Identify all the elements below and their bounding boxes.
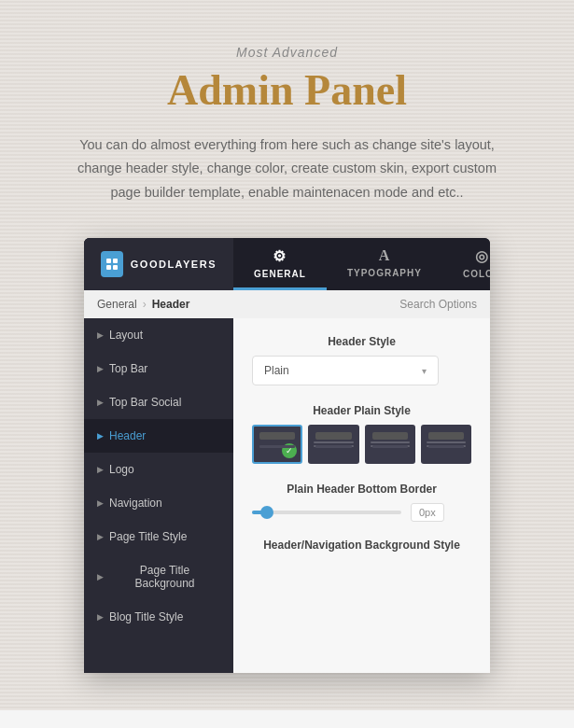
sidebar-item-layout[interactable]: ▶ Layout (84, 318, 233, 352)
nav-background-label: Header/Navigation Background Style (252, 539, 471, 552)
hero-description: You can do almost everything from here s… (63, 133, 511, 204)
sidebar-label-layout: Layout (109, 329, 143, 342)
admin-content: ▶ Layout ▶ Top Bar ▶ Top Bar Social ▶ He… (84, 318, 490, 673)
admin-topbar: GOODLAYERS ⚙ GENERAL A TYPOGRAPHY ◎ COLO… (84, 238, 490, 290)
slider-value: 0px (411, 503, 444, 522)
sidebar-label-logo: Logo (109, 463, 134, 476)
tab-color-label: COLOR (463, 269, 490, 279)
hero-section: Most Advanced Admin Panel You can do alm… (0, 0, 574, 710)
sidebar-arrow-pagetitle: ▶ (97, 532, 104, 541)
check-icon: ✓ (282, 443, 297, 458)
breadcrumb-root: General (97, 298, 137, 311)
logo-text: GOODLAYERS (131, 259, 217, 270)
slider-thumb[interactable] (260, 506, 273, 519)
breadcrumb-current: Header (152, 298, 190, 311)
breadcrumb: General › Header (97, 298, 189, 311)
header-thumb-4[interactable] (421, 425, 471, 464)
general-icon: ⚙ (273, 247, 287, 265)
svg-rect-2 (106, 265, 111, 270)
sidebar-item-navigation[interactable]: ▶ Navigation (84, 486, 233, 520)
hero-title: Admin Panel (56, 65, 518, 115)
typography-icon: A (379, 247, 391, 264)
sidebar-item-blogtitle[interactable]: ▶ Blog Title Style (84, 600, 233, 634)
header-style-dropdown[interactable]: Plain ▾ (252, 356, 439, 385)
sidebar-arrow-pagebg: ▶ (97, 572, 104, 581)
sidebar-label-navigation: Navigation (109, 497, 162, 510)
sidebar-label-blogtitle: Blog Title Style (109, 610, 183, 623)
svg-rect-3 (113, 265, 118, 270)
sidebar-label-pagebg: Page Title Background (109, 564, 220, 590)
breadcrumb-row: General › Header Search Options (84, 290, 490, 318)
sidebar-label-pagetitle: Page Title Style (109, 530, 187, 543)
sidebar-arrow-header: ▶ (97, 431, 104, 441)
sidebar-arrow-blogtitle: ▶ (97, 612, 104, 622)
tab-typography[interactable]: A TYPOGRAPHY (327, 238, 442, 290)
sidebar-item-pagebg[interactable]: ▶ Page Title Background (84, 553, 233, 600)
admin-logo: GOODLAYERS (84, 238, 233, 290)
sidebar-item-header[interactable]: ▶ Header (84, 419, 233, 453)
sidebar-label-header: Header (109, 429, 146, 442)
header-style-label: Header Style (252, 335, 471, 348)
svg-rect-0 (106, 259, 111, 263)
header-style-section: Header Style Plain ▾ (252, 335, 471, 385)
tab-general[interactable]: ⚙ GENERAL (233, 238, 327, 290)
admin-tabs: ⚙ GENERAL A TYPOGRAPHY ◎ COLOR ⊕ MISCELL… (233, 238, 490, 290)
sidebar-arrow-logo: ▶ (97, 465, 104, 474)
header-thumb-1[interactable]: ✓ (252, 425, 302, 464)
color-icon: ◎ (475, 247, 489, 265)
header-plain-style-label: Header Plain Style (252, 404, 471, 417)
sidebar-item-topbar[interactable]: ▶ Top Bar (84, 352, 233, 385)
tab-color[interactable]: ◎ COLOR (442, 238, 490, 290)
sidebar-item-logo[interactable]: ▶ Logo (84, 453, 233, 486)
header-style-value: Plain (264, 364, 289, 377)
header-plain-style-section: Header Plain Style ✓ (252, 404, 471, 464)
hero-subtitle: Most Advanced (56, 45, 518, 60)
admin-main: Header Style Plain ▾ Header Plain Style … (233, 318, 490, 673)
tab-typography-label: TYPOGRAPHY (347, 268, 422, 278)
admin-panel: GOODLAYERS ⚙ GENERAL A TYPOGRAPHY ◎ COLO… (84, 238, 490, 673)
search-options[interactable]: Search Options (399, 298, 477, 311)
header-thumb-2[interactable] (308, 425, 358, 464)
dropdown-arrow-icon: ▾ (422, 366, 427, 376)
sidebar-label-topbar: Top Bar (109, 362, 147, 375)
admin-sidebar: ▶ Layout ▶ Top Bar ▶ Top Bar Social ▶ He… (84, 318, 233, 673)
sidebar-item-pagetitle[interactable]: ▶ Page Title Style (84, 520, 233, 553)
svg-rect-1 (113, 259, 118, 263)
sidebar-arrow-navigation: ▶ (97, 498, 104, 508)
slider-track[interactable] (252, 511, 401, 514)
breadcrumb-sep: › (143, 298, 147, 311)
sidebar-arrow-layout: ▶ (97, 330, 104, 340)
sidebar-item-topbarsocial[interactable]: ▶ Top Bar Social (84, 385, 233, 419)
slider-row: 0px (252, 503, 471, 522)
sidebar-arrow-topbar: ▶ (97, 364, 104, 373)
header-thumbnails: ✓ (252, 425, 471, 464)
tab-general-label: GENERAL (254, 269, 306, 279)
header-thumb-3[interactable] (365, 425, 415, 464)
slider-label: Plain Header Bottom Border (252, 483, 471, 496)
logo-icon (101, 251, 123, 277)
slider-section: Plain Header Bottom Border 0px (252, 483, 471, 522)
sidebar-label-topbarsocial: Top Bar Social (109, 396, 181, 409)
sidebar-arrow-topbarsocial: ▶ (97, 398, 104, 407)
